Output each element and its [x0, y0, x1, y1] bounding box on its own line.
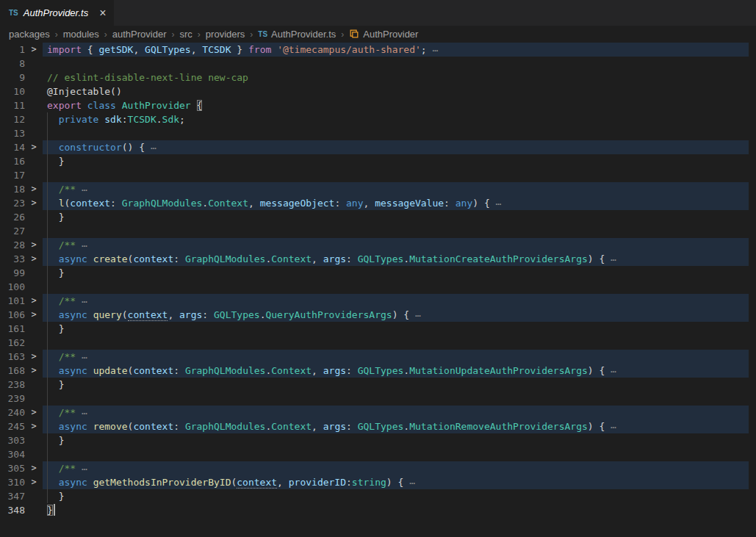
code-line-content[interactable]	[43, 447, 749, 461]
editor-line[interactable]: 99 }	[0, 266, 756, 280]
fold-chevron-icon[interactable]: >	[25, 461, 43, 475]
editor-line[interactable]: 347 }	[0, 489, 756, 503]
editor-line[interactable]: 305> /** …	[0, 461, 756, 475]
code-line-content[interactable]: }	[43, 210, 749, 224]
code-line-content[interactable]: /** …	[43, 182, 749, 196]
code-editor[interactable]: 1>import { getSDK, GQLTypes, TCSDK } fro…	[0, 43, 756, 517]
code-line-content[interactable]: }	[43, 433, 749, 447]
code-line-content[interactable]	[43, 280, 749, 294]
code-line-content[interactable]	[43, 392, 749, 406]
editor-line[interactable]: 8	[0, 57, 756, 71]
fold-chevron-icon[interactable]: >	[25, 252, 43, 266]
editor-line[interactable]: 27	[0, 224, 756, 238]
code-line-content[interactable]	[43, 224, 749, 238]
code-line-content[interactable]: async update(context: GraphQLModules.Con…	[43, 364, 749, 378]
code-line-content[interactable]: /** …	[43, 350, 749, 364]
code-token: TCSDK	[128, 114, 156, 125]
code-line-content[interactable]: private sdk:TCSDK.Sdk;	[43, 112, 749, 126]
editor-line[interactable]: 238 }	[0, 378, 756, 392]
editor-line[interactable]: 304	[0, 447, 756, 461]
code-line-content[interactable]: async remove(context: GraphQLModules.Con…	[43, 419, 749, 433]
editor-line[interactable]: 163> /** …	[0, 350, 756, 364]
code-line-content[interactable]: /** …	[43, 461, 749, 475]
code-line-content[interactable]: }	[43, 266, 749, 280]
code-line-content[interactable]: }	[43, 322, 749, 336]
editor-line[interactable]: 16 }	[0, 154, 756, 168]
editor-line[interactable]: 240> /** …	[0, 406, 756, 419]
code-line-content[interactable]: /** …	[43, 406, 749, 419]
fold-chevron-icon[interactable]: >	[25, 364, 43, 378]
editor-line[interactable]: 310> async getMethodsInProviderByID(cont…	[0, 475, 756, 489]
line-number: 23	[0, 196, 25, 210]
fold-chevron-icon[interactable]: >	[25, 238, 43, 252]
editor-line[interactable]: 348}	[0, 503, 756, 517]
editor-line[interactable]: 245> async remove(context: GraphQLModule…	[0, 419, 756, 433]
breadcrumb-item-authprovider[interactable]: AuthProvider	[349, 29, 418, 40]
breadcrumb-item-authprovider-ts[interactable]: TSAuthProvider.ts	[258, 29, 336, 40]
editor-line[interactable]: 1>import { getSDK, GQLTypes, TCSDK } fro…	[0, 43, 756, 57]
breadcrumb-item-modules[interactable]: modules	[63, 29, 99, 40]
editor-line[interactable]: 26 }	[0, 210, 756, 224]
code-line-content[interactable]: /** …	[43, 238, 749, 252]
breadcrumb-item-src[interactable]: src	[180, 29, 192, 40]
fold-chevron-icon[interactable]: >	[25, 294, 43, 308]
code-line-content[interactable]	[43, 336, 749, 350]
fold-chevron-icon[interactable]: >	[25, 140, 43, 154]
code-token	[87, 253, 93, 264]
editor-line[interactable]: 303 }	[0, 433, 756, 447]
editor-line[interactable]: 9// eslint-disable-next-line new-cap	[0, 71, 756, 84]
code-line-content[interactable]: /** …	[43, 294, 749, 308]
fold-chevron-icon[interactable]: >	[25, 308, 43, 322]
editor-line[interactable]: 162	[0, 336, 756, 350]
editor-line[interactable]: 10@Injectable()	[0, 84, 756, 98]
code-line-content[interactable]: async query(context, args: GQLTypes.Quer…	[43, 308, 749, 322]
typescript-file-icon: TS	[258, 30, 267, 38]
code-line-content[interactable]: l(context: GraphQLModules.Context, messa…	[43, 196, 749, 210]
code-line-content[interactable]	[43, 126, 749, 140]
editor-line[interactable]: 33> async create(context: GraphQLModules…	[0, 252, 756, 266]
code-line-content[interactable]	[43, 168, 749, 182]
fold-chevron-icon[interactable]: >	[25, 182, 43, 196]
fold-chevron-icon[interactable]: >	[25, 475, 43, 489]
code-line-content[interactable]: @Injectable()	[43, 84, 749, 98]
class-symbol-icon	[349, 29, 359, 40]
code-token: GraphQLModules	[122, 198, 203, 209]
code-line-content[interactable]: }	[43, 378, 749, 392]
code-line-content[interactable]: }	[43, 489, 749, 503]
editor-line[interactable]: 239	[0, 392, 756, 406]
editor-line[interactable]: 101> /** …	[0, 294, 756, 308]
fold-chevron-icon[interactable]: >	[25, 350, 43, 364]
editor-line[interactable]: 14> constructor() { …	[0, 140, 756, 154]
editor-line[interactable]: 161 }	[0, 322, 756, 336]
editor-line[interactable]: 18> /** …	[0, 182, 756, 196]
editor-line[interactable]: 168> async update(context: GraphQLModule…	[0, 364, 756, 378]
breadcrumb-item-packages[interactable]: packages	[9, 29, 50, 40]
fold-chevron-icon[interactable]: >	[25, 406, 43, 419]
code-line-content[interactable]: // eslint-disable-next-line new-cap	[43, 71, 749, 84]
tab-authprovider[interactable]: TS AuthProvider.ts ×	[0, 0, 114, 26]
code-line-content[interactable]	[43, 57, 749, 71]
code-line-content[interactable]: constructor() { …	[43, 140, 749, 154]
editor-line[interactable]: 11export class AuthProvider {	[0, 98, 756, 112]
fold-chevron-icon[interactable]: >	[25, 196, 43, 210]
editor-line[interactable]: 13	[0, 126, 756, 140]
code-line-content[interactable]: export class AuthProvider {	[43, 98, 749, 112]
code-token: GQLTypes	[145, 44, 191, 55]
editor-line[interactable]: 12 private sdk:TCSDK.Sdk;	[0, 112, 756, 126]
fold-chevron-icon[interactable]: >	[25, 419, 43, 433]
editor-line[interactable]: 106> async query(context, args: GQLTypes…	[0, 308, 756, 322]
close-icon[interactable]: ×	[99, 7, 106, 19]
code-line-content[interactable]: }	[43, 154, 749, 168]
editor-line[interactable]: 28> /** …	[0, 238, 756, 252]
code-line-content[interactable]: }	[43, 503, 749, 517]
code-token: ,	[312, 421, 323, 432]
code-line-content[interactable]: async getMethodsInProviderByID(context, …	[43, 475, 749, 489]
breadcrumb-item-authprovider[interactable]: authProvider	[112, 29, 167, 40]
editor-line[interactable]: 17	[0, 168, 756, 182]
fold-chevron-icon[interactable]: >	[25, 43, 43, 57]
editor-line[interactable]: 100	[0, 280, 756, 294]
code-line-content[interactable]: async create(context: GraphQLModules.Con…	[43, 252, 749, 266]
breadcrumb-item-providers[interactable]: providers	[206, 29, 245, 40]
code-line-content[interactable]: import { getSDK, GQLTypes, TCSDK } from …	[43, 43, 749, 57]
editor-line[interactable]: 23> l(context: GraphQLModules.Context, m…	[0, 196, 756, 210]
